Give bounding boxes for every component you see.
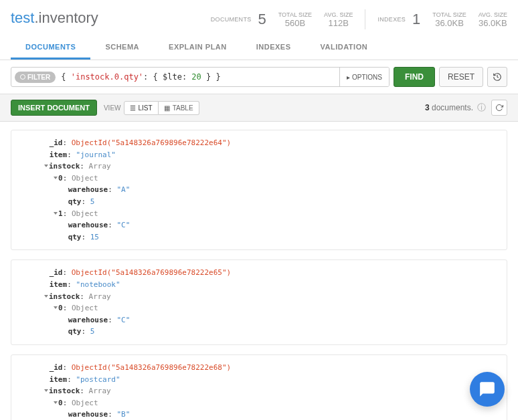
array-entry[interactable]: 0: Object — [45, 173, 497, 185]
view-list-button[interactable]: ☰ LIST — [124, 101, 159, 115]
chevron-down-icon — [44, 389, 48, 392]
field-item: item: "journal" — [45, 149, 497, 161]
field-qty: qty: 15 — [45, 231, 497, 243]
filter-bar: FILTER { 'instock.0.qty': { $lte: 20 } }… — [0, 60, 518, 94]
doc-avg-size: 112B — [324, 18, 353, 28]
array-entry[interactable]: 0: Object — [45, 397, 497, 409]
tab-explain-plan[interactable]: EXPLAIN PLAN — [154, 35, 242, 60]
field-warehouse: warehouse: "C" — [45, 314, 497, 326]
table-icon: ▦ — [164, 104, 170, 112]
tab-bar: DOCUMENTS SCHEMA EXPLAIN PLAN INDEXES VA… — [0, 35, 518, 60]
documents-count: 5 — [258, 11, 266, 28]
chevron-down-icon — [44, 165, 48, 167]
doc-avg-size-label: AVG. SIZE — [324, 11, 353, 18]
doc-total-size: 560B — [278, 18, 312, 28]
refresh-button[interactable] — [491, 100, 507, 116]
list-icon: ☰ — [130, 104, 136, 112]
chat-widget[interactable] — [470, 372, 505, 407]
field-qty: qty: 5 — [45, 196, 497, 208]
documents-label: DOCUMENTS — [211, 16, 252, 23]
document-card[interactable]: _id: ObjectId("5a148326a769896e78222e64"… — [11, 130, 507, 250]
view-label: VIEW — [104, 104, 121, 112]
options-button[interactable]: ▸ OPTIONS — [339, 68, 389, 86]
idx-total-size: 36.0KB — [432, 18, 466, 28]
array-entry[interactable]: 0: Object — [45, 302, 497, 314]
field-qty: qty: 5 — [45, 326, 497, 338]
array-entry[interactable]: 1: Object — [45, 208, 497, 220]
find-button[interactable]: FIND — [394, 67, 435, 87]
tab-indexes[interactable]: INDEXES — [242, 35, 306, 60]
reset-button[interactable]: RESET — [439, 67, 483, 87]
filter-pill: FILTER — [15, 72, 56, 83]
tab-documents[interactable]: DOCUMENTS — [11, 35, 90, 60]
tab-validation[interactable]: VALIDATION — [306, 35, 383, 60]
document-card[interactable]: _id: ObjectId("5a148326a769896e78222e65"… — [11, 259, 507, 345]
field-warehouse: warehouse: "C" — [45, 219, 497, 231]
chevron-down-icon — [54, 306, 58, 309]
result-count: 3 documents. — [425, 103, 473, 112]
idx-avg-size-label: AVG. SIZE — [479, 11, 507, 18]
field-instock[interactable]: instock: Array — [45, 291, 497, 303]
history-button[interactable] — [487, 67, 507, 87]
history-icon — [493, 72, 502, 82]
stats-bar: DOCUMENTS 5 TOTAL SIZE 560B AVG. SIZE 11… — [211, 9, 507, 29]
chevron-down-icon — [54, 212, 58, 215]
info-icon[interactable]: ⓘ — [477, 102, 486, 114]
documents-list: _id: ObjectId("5a148326a769896e78222e64"… — [0, 122, 518, 420]
indexes-label: INDEXES — [377, 16, 406, 23]
field-item: item: "postcard" — [45, 374, 497, 386]
view-toggle: ☰ LIST ▦ TABLE — [124, 101, 199, 115]
field-warehouse: warehouse: "A" — [45, 184, 497, 196]
view-table-button[interactable]: ▦ TABLE — [159, 101, 199, 115]
refresh-icon — [495, 104, 503, 112]
field-id: _id: ObjectId("5a148326a769896e78222e64"… — [45, 137, 497, 149]
field-id: _id: ObjectId("5a148326a769896e78222e65"… — [45, 267, 497, 279]
divider — [365, 9, 365, 29]
view-toolbar: INSERT DOCUMENT VIEW ☰ LIST ▦ TABLE 3 do… — [0, 94, 518, 122]
idx-avg-size: 36.0KB — [479, 18, 507, 28]
indexes-count: 1 — [412, 11, 420, 28]
field-item: item: "notebook" — [45, 279, 497, 291]
collection-header: test.inventory DOCUMENTS 5 TOTAL SIZE 56… — [0, 0, 518, 35]
database-name: test — [11, 9, 34, 26]
field-instock[interactable]: instock: Array — [45, 161, 497, 173]
field-id: _id: ObjectId("5a148326a769896e78222e68"… — [45, 362, 497, 374]
document-card[interactable]: _id: ObjectId("5a148326a769896e78222e68"… — [11, 354, 507, 420]
chat-icon — [479, 381, 496, 398]
doc-total-size-label: TOTAL SIZE — [278, 11, 312, 18]
collection-name: inventory — [39, 9, 98, 26]
field-warehouse: warehouse: "B" — [45, 409, 497, 420]
field-instock[interactable]: instock: Array — [45, 385, 497, 397]
chevron-down-icon — [54, 401, 58, 404]
chevron-down-icon — [54, 177, 58, 179]
namespace-title: test.inventory — [11, 9, 98, 27]
insert-document-button[interactable]: INSERT DOCUMENT — [11, 100, 97, 116]
filter-input[interactable]: FILTER { 'instock.0.qty': { $lte: 20 } }… — [11, 67, 390, 87]
chevron-down-icon — [44, 295, 48, 298]
tab-schema[interactable]: SCHEMA — [90, 35, 154, 60]
filter-query[interactable]: { 'instock.0.qty': { $lte: 20 } } — [56, 72, 339, 82]
idx-total-size-label: TOTAL SIZE — [432, 11, 466, 18]
